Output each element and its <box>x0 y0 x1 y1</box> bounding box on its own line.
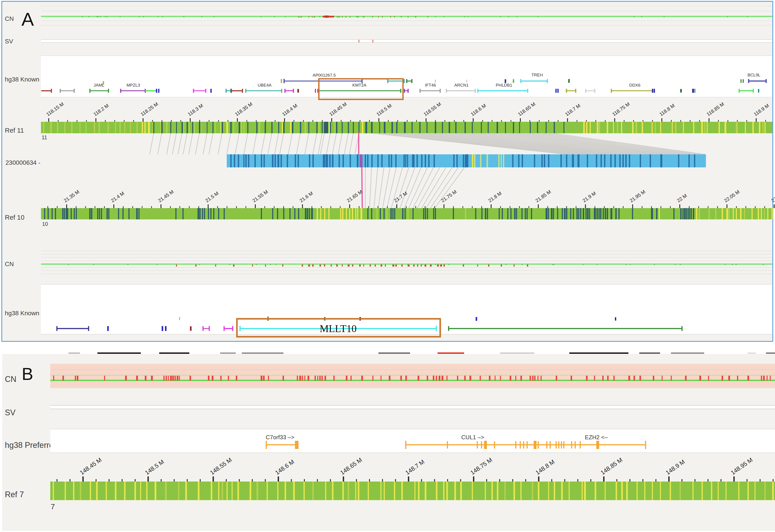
svg-text:CN: CN <box>5 261 14 267</box>
svg-text:ARCN1: ARCN1 <box>455 83 469 87</box>
svg-text:IFT46: IFT46 <box>425 83 436 87</box>
svg-text:CUL1 –>: CUL1 –> <box>461 434 484 441</box>
svg-text:BCL9L: BCL9L <box>748 73 760 77</box>
svg-text:SV: SV <box>5 38 13 45</box>
svg-text:B: B <box>22 364 33 384</box>
svg-text:10: 10 <box>42 221 48 227</box>
svg-text:hg38 Known: hg38 Known <box>5 310 39 317</box>
svg-text:AP001267.5: AP001267.5 <box>313 73 336 77</box>
svg-text:EZH2 <–: EZH2 <– <box>585 434 608 441</box>
svg-text:SV: SV <box>5 408 15 417</box>
svg-text:JAML: JAML <box>94 83 104 87</box>
svg-text:Ref 10: Ref 10 <box>5 214 24 221</box>
svg-text:TREH: TREH <box>532 73 543 77</box>
svg-text:hg38 Known: hg38 Known <box>5 76 39 83</box>
svg-text:hg38 Preferred: hg38 Preferred <box>5 441 58 450</box>
svg-text:CN: CN <box>5 375 16 384</box>
svg-text:CN: CN <box>5 15 14 22</box>
svg-text:PHLDB1: PHLDB1 <box>496 83 512 87</box>
svg-text:Ref 11: Ref 11 <box>5 127 24 134</box>
svg-text:C7orf33 –>: C7orf33 –> <box>266 434 294 441</box>
svg-text:DDX6: DDX6 <box>629 83 641 87</box>
svg-text:MLLT10: MLLT10 <box>320 323 357 334</box>
svg-text:Ref 7: Ref 7 <box>5 490 24 499</box>
svg-text:MPZL3: MPZL3 <box>126 83 140 87</box>
svg-text:7: 7 <box>51 502 55 511</box>
svg-text:11: 11 <box>42 134 47 140</box>
svg-text:230000634 -: 230000634 - <box>6 159 40 166</box>
svg-text:KMT2A: KMT2A <box>352 83 366 87</box>
svg-text:UBE4A: UBE4A <box>258 83 272 87</box>
svg-text:A: A <box>21 9 34 30</box>
